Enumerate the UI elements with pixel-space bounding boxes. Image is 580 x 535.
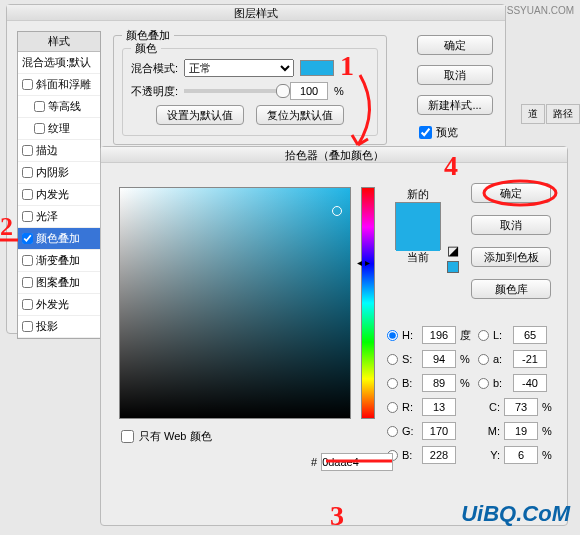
sidebar-item-inner-glow[interactable]: 内发光 bbox=[18, 184, 100, 206]
reset-default-button[interactable]: 复位为默认值 bbox=[256, 105, 344, 125]
cube-icon[interactable]: ◪ bbox=[447, 243, 459, 258]
watermark-bottom: UiBQ.CoM bbox=[461, 501, 570, 527]
bb-input[interactable] bbox=[422, 374, 456, 392]
color-lib-button[interactable]: 颜色库 bbox=[471, 279, 551, 299]
radio-l[interactable] bbox=[478, 330, 489, 341]
picker-buttons: 确定 取消 添加到色板 颜色库 bbox=[471, 183, 551, 299]
sidebar-item-stroke[interactable]: 描边 bbox=[18, 140, 100, 162]
sidebar-item-color-overlay[interactable]: 颜色叠加 bbox=[18, 228, 100, 250]
current-color-swatch[interactable] bbox=[396, 227, 440, 251]
new-style-button[interactable]: 新建样式... bbox=[417, 95, 493, 115]
sidebar-item-texture[interactable]: 纹理 bbox=[18, 118, 100, 140]
checkbox-gradient-overlay[interactable] bbox=[22, 255, 33, 266]
blend-mode-label: 混合模式: bbox=[131, 61, 178, 76]
picker-ok-button[interactable]: 确定 bbox=[471, 183, 551, 203]
sidebar-item-inner-shadow[interactable]: 内阴影 bbox=[18, 162, 100, 184]
radio-h[interactable] bbox=[387, 330, 398, 341]
sidebar-item-bevel[interactable]: 斜面和浮雕 bbox=[18, 74, 100, 96]
sidebar-blending-options[interactable]: 混合选项:默认 bbox=[18, 52, 100, 74]
color-field-cursor[interactable] bbox=[332, 206, 342, 216]
new-label: 新的 bbox=[395, 187, 441, 202]
color-field[interactable] bbox=[119, 187, 351, 419]
styles-sidebar: 样式 混合选项:默认 斜面和浮雕 等高线 纹理 描边 内阴影 内发光 光泽 颜色… bbox=[17, 31, 101, 339]
checkbox-contour[interactable] bbox=[34, 101, 45, 112]
radio-lab-b[interactable] bbox=[478, 378, 489, 389]
sidebar-item-outer-glow[interactable]: 外发光 bbox=[18, 294, 100, 316]
r-input[interactable] bbox=[422, 398, 456, 416]
checkbox-stroke[interactable] bbox=[22, 145, 33, 156]
overlay-inner-label: 颜色 bbox=[131, 41, 161, 56]
tab-channels[interactable]: 道 bbox=[521, 104, 545, 124]
opacity-slider[interactable] bbox=[184, 89, 284, 93]
sidebar-item-gradient-overlay[interactable]: 渐变叠加 bbox=[18, 250, 100, 272]
add-swatch-button[interactable]: 添加到色板 bbox=[471, 247, 551, 267]
color-overlay-group: 颜色叠加 颜色 混合模式: 正常 不透明度: % 设置为默认值 复位为默认值 bbox=[113, 35, 387, 145]
checkbox-texture[interactable] bbox=[34, 123, 45, 134]
hex-hash: # bbox=[311, 456, 317, 468]
blue-input[interactable] bbox=[422, 446, 456, 464]
small-swatch[interactable] bbox=[447, 261, 459, 273]
layer-style-title: 图层样式 bbox=[7, 5, 505, 21]
set-default-button[interactable]: 设置为默认值 bbox=[156, 105, 244, 125]
s-input[interactable] bbox=[422, 350, 456, 368]
a-input[interactable] bbox=[513, 350, 547, 368]
web-only-row: 只有 Web 颜色 bbox=[121, 429, 212, 444]
current-label: 当前 bbox=[395, 250, 441, 265]
sidebar-item-contour[interactable]: 等高线 bbox=[18, 96, 100, 118]
h-input[interactable] bbox=[422, 326, 456, 344]
cancel-button[interactable]: 取消 bbox=[417, 65, 493, 85]
preview-label: 预览 bbox=[436, 125, 458, 140]
new-color-swatch[interactable] bbox=[396, 203, 440, 227]
radio-s[interactable] bbox=[387, 354, 398, 365]
sidebar-item-satin[interactable]: 光泽 bbox=[18, 206, 100, 228]
sidebar-item-pattern-overlay[interactable]: 图案叠加 bbox=[18, 272, 100, 294]
checkbox-drop-shadow[interactable] bbox=[22, 321, 33, 332]
hex-row: # bbox=[311, 453, 393, 471]
sidebar-item-drop-shadow[interactable]: 投影 bbox=[18, 316, 100, 338]
hex-input[interactable] bbox=[321, 453, 393, 471]
radio-a[interactable] bbox=[478, 354, 489, 365]
radio-r[interactable] bbox=[387, 402, 398, 413]
picker-title: 拾色器（叠加颜色） bbox=[101, 147, 567, 163]
preview-checkbox[interactable] bbox=[419, 126, 432, 139]
color-picker-window: 拾色器（叠加颜色） ◂ ▸ 新的 当前 ◪ 确定 取消 添加到色板 颜色库 H:… bbox=[100, 146, 568, 526]
web-only-label: 只有 Web 颜色 bbox=[139, 429, 212, 444]
checkbox-color-overlay[interactable] bbox=[22, 233, 33, 244]
panel-tabs: 道 路径 bbox=[521, 104, 580, 124]
blend-mode-select[interactable]: 正常 bbox=[184, 59, 294, 77]
checkbox-outer-glow[interactable] bbox=[22, 299, 33, 310]
checkbox-inner-shadow[interactable] bbox=[22, 167, 33, 178]
checkbox-satin[interactable] bbox=[22, 211, 33, 222]
checkbox-pattern-overlay[interactable] bbox=[22, 277, 33, 288]
m-input[interactable] bbox=[504, 422, 538, 440]
c-input[interactable] bbox=[504, 398, 538, 416]
new-current-swatch: 新的 当前 bbox=[395, 187, 441, 265]
y-input[interactable] bbox=[504, 446, 538, 464]
opacity-unit: % bbox=[334, 85, 344, 97]
opacity-input[interactable] bbox=[290, 82, 328, 100]
tab-paths[interactable]: 路径 bbox=[546, 104, 580, 124]
labb-input[interactable] bbox=[513, 374, 547, 392]
radio-b[interactable] bbox=[387, 378, 398, 389]
g-input[interactable] bbox=[422, 422, 456, 440]
color-values: H:度 L: S:% a: B:% b: R: C:% G: M:% B: Y:… bbox=[387, 323, 557, 467]
radio-g[interactable] bbox=[387, 426, 398, 437]
ok-button[interactable]: 确定 bbox=[417, 35, 493, 55]
checkbox-bevel[interactable] bbox=[22, 79, 33, 90]
checkbox-inner-glow[interactable] bbox=[22, 189, 33, 200]
sidebar-header: 样式 bbox=[18, 32, 100, 52]
hue-indicator-icon: ◂ ▸ bbox=[357, 257, 370, 268]
picker-cancel-button[interactable]: 取消 bbox=[471, 215, 551, 235]
layer-style-buttons: 确定 取消 新建样式... 预览 bbox=[417, 35, 493, 140]
color-swatch[interactable] bbox=[300, 60, 334, 76]
web-only-checkbox[interactable] bbox=[121, 430, 134, 443]
hue-slider[interactable] bbox=[361, 187, 375, 419]
l-input[interactable] bbox=[513, 326, 547, 344]
opacity-label: 不透明度: bbox=[131, 84, 178, 99]
